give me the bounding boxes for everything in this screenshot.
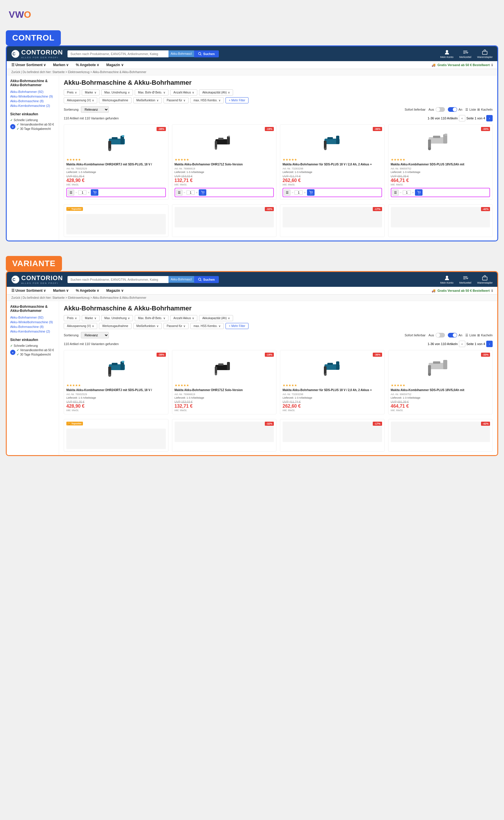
nav-angebote[interactable]: % Angebote ∨ [76,63,99,67]
variant-product-card-2: -36% ★★★★★ Makita Akku-Bohrhammer f [280,350,385,415]
qty-input-1[interactable] [187,190,195,195]
qty-input-2[interactable] [294,190,303,195]
variant-filter-marke[interactable]: Marke∨ [82,315,100,321]
price-vat-1: inkl. MwSt. [175,183,274,186]
filter-hss[interactable]: max. HSS Kembo.∨ [190,97,224,103]
svg-point-38 [418,194,419,194]
variant-breadcrumb: Zurück | Du befindest dich hier: Startse… [7,295,497,301]
variant-cart-icon[interactable]: Warenstapler [477,275,493,284]
filter-marke[interactable]: Marke∨ [82,89,100,95]
instant-delivery-toggle-aus: Aus [429,107,445,112]
variant-toggle-an-btn[interactable] [448,333,457,337]
svg-point-55 [215,373,217,375]
product-image-0 [66,127,166,156]
variant-wishlist-icon[interactable]: Merkzettel [459,275,471,284]
variant-nav-angebote[interactable]: % Angebote ∨ [76,288,99,293]
variant-safe-shopping-title: Sicher einkaufen [10,338,55,342]
variant-nav-marken[interactable]: Marken ∨ [53,288,69,293]
variant-view-list-text[interactable]: Liste [469,333,476,337]
variant-search-button[interactable]: Suchen [194,276,219,283]
variant-toggle-aus: Aus [429,333,445,337]
filter-meissel[interactable]: Meißelfunktion∨ [133,97,162,103]
nav-magazin[interactable]: Magazin ∨ [106,63,123,67]
svg-point-39 [420,194,420,194]
pagination-next[interactable]: › [486,115,493,121]
variant-filter-passend[interactable]: Passend für∨ [164,323,189,329]
product-art-2: Art.-Nr. 73283298 [283,167,382,170]
filter-umdrehung[interactable]: Max. Umdrehung∨ [101,89,133,95]
variant-view-kacheln-icon[interactable]: ⊞ [477,333,480,337]
product-name-3: Makita Akku-Kombihammer SDS-PLUS 18V/5,0… [391,162,490,166]
variant-filter-kapazitaet[interactable]: Akkukapazität (Ah)∨ [199,315,233,321]
cart-list-icon-1[interactable]: ☰ [176,189,182,196]
vwo-logo: V W O [6,9,498,22]
filter-more[interactable]: + Mehr Filter [226,97,249,103]
variant-price-vat-3: inkl. MwSt. [391,409,490,412]
pagination-prev[interactable]: ‹ [459,115,465,121]
filter-passend[interactable]: Passend für∨ [164,97,189,103]
variant-filter-hss[interactable]: max. HSS Kembo.∨ [190,323,224,329]
variant-filter-meissel[interactable]: Meißelfunktion∨ [133,323,162,329]
variant-page-info: Seite 1 von 4 [466,342,485,346]
filter-spannung[interactable]: Akkuspannung (V)∨ [64,97,97,103]
variant-sidebar-item-2[interactable]: Akku-Bohrmaschine (8) [10,324,55,329]
add-cart-btn-3[interactable] [415,189,423,196]
view-kacheln-icon[interactable]: ⊞ [477,108,480,111]
dash-1: − [184,191,185,194]
variant-sidebar-item-1[interactable]: Akku-Winkelbohrmaschine (9) [10,320,55,324]
discount-badge-2: -36% [373,127,382,131]
search-input[interactable] [68,50,168,57]
nav-marken[interactable]: Marken ∨ [53,63,69,67]
view-list-text[interactable]: Liste [469,108,476,111]
add-cart-btn-1[interactable] [199,189,206,196]
toggle-aus[interactable] [436,107,445,112]
wishlist-icon[interactable]: Merkzettel [459,49,471,59]
filter-akkus[interactable]: Anzahl Akkus∨ [170,89,197,95]
sort-right: Sofort lieferbar Aus An [404,107,493,112]
variant-filter-umdrehung[interactable]: Max. Umdrehung∨ [101,315,133,321]
variant-my-account-icon[interactable]: Mein Konto [440,275,454,284]
variant-sidebar-item-0[interactable]: Akku-Bohrhammer (92) [10,315,55,320]
search-bar: Akku-Bohrmascl Suchen [68,50,219,57]
variant-filter-spannung[interactable]: Akkuspannung (V)∨ [64,323,97,329]
filter-preis[interactable]: Preis∨ [64,89,80,95]
variant-nav-sortiment[interactable]: ☰ Unser Sortiment ∨ [11,288,46,293]
sidebar-item-1[interactable]: Akku-Winkelbohrmaschine (9) [10,94,55,99]
qty-input-0[interactable] [78,190,86,195]
sort-select[interactable]: Relevanz [81,106,109,113]
cart-icon[interactable]: Warenstapler [477,49,493,59]
sidebar-item-0[interactable]: Akku-Bohrhammer (92) [10,89,55,94]
search-button[interactable]: Suchen [194,50,219,57]
variant-toggle-aus-btn[interactable] [436,333,445,337]
cart-list-icon-2[interactable]: ☰ [284,189,290,196]
add-cart-btn-0[interactable] [91,189,98,196]
filter-kapazitaet[interactable]: Akkukapazität (Ah)∨ [199,89,233,95]
discount-badge-1: -19% [265,127,274,131]
variant-filter-preis[interactable]: Preis∨ [64,315,80,321]
variant-filter-akkus[interactable]: Anzahl Akkus∨ [170,315,197,321]
variant-filter-bohr[interactable]: Max. Bohr-Ø Beto.∨ [135,315,168,321]
variant-filter-more[interactable]: + Mehr Filter [226,323,249,329]
variant-search-input[interactable] [68,276,168,283]
variant-sidebar-item-3[interactable]: Akku-Kernbohrmaschine (2) [10,329,55,334]
filter-werkzeug[interactable]: Werkzeugaufnahme [99,97,131,103]
toggle-an[interactable] [448,107,457,112]
sidebar-item-2[interactable]: Akku-Bohrmaschine (8) [10,99,55,103]
svg-rect-56 [218,363,223,365]
cart-list-icon-0[interactable]: ☰ [68,189,74,196]
filter-bohr[interactable]: Max. Bohr-Ø Beto.∨ [135,89,168,95]
cart-list-icon-3[interactable]: ☰ [392,189,399,196]
variant-pagination-prev[interactable]: ‹ [459,341,465,347]
variant-sort-select[interactable]: Relevanz [81,332,109,338]
nav-sortiment[interactable]: ☰ Unser Sortiment ∨ [11,63,46,67]
my-account-icon[interactable]: Mein Konto [440,49,454,59]
sidebar-item-3[interactable]: Akku-Kernbohrmaschine (2) [10,103,55,108]
variant-filter-werkzeug[interactable]: Werkzeugaufnahme [99,323,131,329]
price-old-2: UVP 411,74 € [283,175,382,178]
qty-input-3[interactable] [403,190,411,195]
variant-product-art-2: Art.-Nr. 73283298 [283,393,382,396]
variant-nav-magazin[interactable]: Magazin ∨ [106,288,123,293]
main-content: Akku-Bohrmaschine & Akku-Bohrhammer Akku… [7,75,497,240]
variant-pagination-next[interactable]: › [486,341,493,347]
add-cart-btn-2[interactable] [307,189,315,196]
